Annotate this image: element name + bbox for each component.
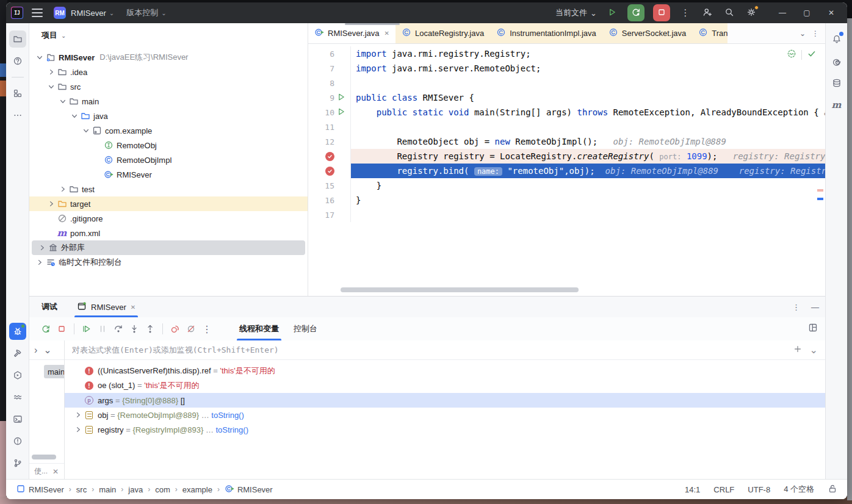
tool-strip-help-icon[interactable] (9, 52, 26, 70)
settings-gear-icon[interactable] (745, 6, 758, 20)
gutter[interactable]: 12 (308, 134, 351, 149)
search-everywhere-icon[interactable] (723, 6, 736, 20)
editor-tab-InstrumentationImpljava[interactable]: InstrumentationImpl.java (490, 23, 602, 43)
tree-item-test[interactable]: test (29, 182, 308, 196)
debug-tab-控制台[interactable]: 控制台 (286, 317, 325, 340)
tree-item-RMISever[interactable]: RMISever (29, 167, 308, 182)
chevron-down-icon[interactable]: ⌄ (800, 29, 806, 38)
hide-tool-window-icon[interactable]: — (811, 303, 819, 312)
code-line-15[interactable]: 15 } (308, 178, 825, 193)
gutter[interactable]: 7 (308, 61, 351, 76)
gutter[interactable]: 11 (308, 120, 351, 134)
code-line-13[interactable]: Registry registry = LocateRegistry.creat… (308, 149, 825, 164)
run-gutter-icon[interactable] (334, 90, 348, 105)
expand-chevron-icon[interactable] (73, 411, 83, 419)
tree-chevron-icon[interactable] (46, 83, 56, 90)
code-line-17[interactable]: 17 (308, 207, 825, 222)
tool-strip-version-control-icon[interactable] (9, 455, 26, 472)
tree-item-main[interactable]: main (29, 94, 308, 109)
run-gutter-icon[interactable] (334, 105, 348, 120)
chevron-right-icon[interactable]: › (34, 345, 37, 356)
line-ending-selector[interactable]: CRLF (713, 485, 734, 494)
tool-strip-debug-icon[interactable] (9, 323, 26, 340)
tree-item-com.example[interactable]: com.example (29, 123, 308, 138)
code-editor[interactable]: 6import java.rmi.registry.Registry;7impo… (308, 44, 825, 296)
tool-strip-project-icon[interactable] (9, 31, 26, 48)
tree-chevron-icon[interactable] (46, 200, 56, 207)
step-into-button[interactable] (126, 321, 142, 337)
stop-button[interactable] (54, 321, 70, 337)
pause-button[interactable] (95, 321, 110, 337)
code-line-11[interactable]: 11 (308, 120, 825, 134)
tool-strip-more-tools-icon[interactable] (9, 107, 26, 124)
code-line-10[interactable]: 10 public static void main(String[] args… (308, 105, 825, 120)
tree-chevron-icon[interactable] (57, 98, 68, 105)
gutter[interactable]: 9 (308, 90, 351, 105)
tree-item-外部库[interactable]: 外部库 (32, 240, 305, 255)
view-breakpoints-button[interactable] (167, 321, 183, 337)
close-icon[interactable]: ✕ (52, 467, 59, 476)
gutter[interactable] (308, 164, 351, 178)
code-line-12[interactable]: 12 RemoteObject obj = new RemoteObjImpl(… (308, 134, 825, 149)
gutter[interactable]: 6 (308, 46, 351, 61)
breakpoint-icon[interactable] (325, 152, 334, 161)
tool-strip-problems-icon[interactable] (9, 433, 26, 450)
shelf-tab[interactable]: 使... ✕ (29, 463, 64, 479)
gutter[interactable]: 15 (308, 178, 351, 193)
tool-strip-notifications-icon[interactable] (828, 31, 845, 48)
unlock-icon[interactable] (828, 484, 837, 495)
tool-strip-structure-icon[interactable] (9, 85, 26, 102)
step-over-button[interactable] (110, 321, 126, 337)
evaluate-expression-input[interactable] (72, 345, 793, 355)
code-line-9[interactable]: 9public class RMISever { (308, 90, 825, 105)
breadcrumb-item-RMISever[interactable]: RMISever (16, 484, 64, 495)
gutter[interactable]: 17 (308, 207, 351, 222)
breadcrumb-item-com[interactable]: com (155, 485, 170, 494)
code-line-14[interactable]: registry.bind( name: "remoteObj",obj); o… (308, 164, 825, 178)
chevron-down-icon[interactable]: ⌄ (43, 344, 51, 356)
frame-item-main[interactable]: main (44, 365, 64, 378)
tree-chevron-icon[interactable] (57, 185, 68, 193)
run-button[interactable] (605, 6, 619, 20)
gutter[interactable] (308, 149, 351, 164)
tree-chevron-icon[interactable] (37, 244, 47, 251)
mute-breakpoints-button[interactable] (183, 321, 199, 337)
gutter[interactable]: 16 (308, 193, 351, 207)
variable-row[interactable]: registry = {RegistryImpl@893} … toString… (65, 422, 825, 437)
code-vision-icon[interactable] (787, 49, 796, 60)
breadcrumb-item-src[interactable]: src (76, 485, 87, 494)
tree-item-pom.xml[interactable]: mpom.xml (29, 226, 308, 240)
editor-hscrollbar[interactable] (341, 287, 579, 292)
layout-settings-icon[interactable] (808, 323, 818, 335)
rerun-button[interactable] (38, 321, 54, 337)
tostring-link[interactable]: toString() (216, 425, 248, 434)
indent-selector[interactable]: 4 个空格 (784, 484, 814, 495)
breadcrumb-item-example[interactable]: example (182, 485, 212, 494)
add-watch-icon[interactable] (793, 344, 803, 356)
tree-chevron-icon[interactable] (46, 68, 56, 76)
vcs-widget[interactable]: 版本控制 ⌄ (126, 7, 166, 18)
tree-chevron-icon[interactable] (34, 259, 45, 266)
frames-hscrollbar[interactable] (32, 455, 56, 459)
editor-tab-ServerSocketjava[interactable]: ServerSocket.java (602, 23, 693, 43)
step-out-button[interactable] (142, 321, 158, 337)
resume-button[interactable] (79, 321, 95, 337)
tool-strip-endpoints-icon[interactable] (9, 389, 26, 406)
code-line-8[interactable]: 8 (308, 76, 825, 90)
breadcrumb-item-main[interactable]: main (99, 485, 116, 494)
tree-item-RemoteObj[interactable]: RemoteObj (29, 138, 308, 153)
window-close-button[interactable]: ✕ (819, 4, 843, 22)
tool-strip-ai-assistant-icon[interactable] (828, 52, 845, 70)
inspections-ok-icon[interactable] (807, 49, 817, 60)
more-button[interactable]: ⋮ (199, 321, 215, 337)
close-icon[interactable]: ✕ (384, 30, 389, 37)
tree-item-java[interactable]: java (29, 109, 308, 123)
expand-chevron-icon[interactable] (73, 426, 83, 433)
tree-item-.gitignore[interactable]: .gitignore (29, 211, 308, 226)
window-minimize-button[interactable]: — (770, 4, 795, 22)
tree-item-RMISever[interactable]: RMISeverD:\javaEE练习\RMISever (29, 50, 308, 65)
debug-session-tab[interactable]: RMISever ✕ (72, 297, 140, 317)
code-line-7[interactable]: 7import java.rmi.server.RemoteObject; (308, 61, 825, 76)
tool-strip-build-icon[interactable] (9, 345, 26, 362)
editor-tab-RMISeverjava[interactable]: RMISever.java✕ (308, 23, 395, 43)
